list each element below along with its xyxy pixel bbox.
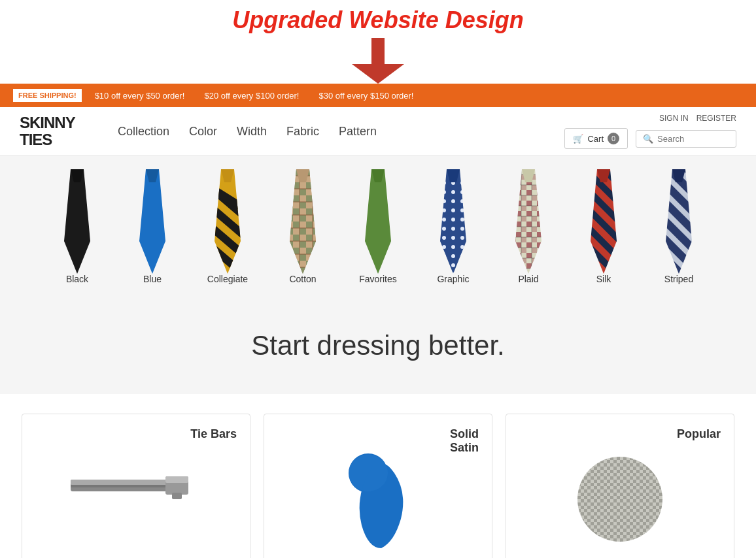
tie-bar-illustration [64,467,208,508]
svg-rect-36 [506,169,551,274]
svg-rect-41 [581,169,627,274]
svg-rect-46 [656,169,702,274]
cart-button[interactable]: 🛒 Cart 0 [564,128,628,149]
ties-section: Black Blue [0,156,756,304]
free-shipping-badge: FREE SHIPPING! [13,89,82,102]
tie-label-plaid: Plaid [518,274,538,284]
down-arrow-icon [352,38,404,84]
promo-bar: FREE SHIPPING! $10 off every $50 order! … [0,84,756,107]
header: SKINNY TIES Collection Color Width Fabri… [0,107,756,156]
search-box[interactable]: 🔍 [636,130,736,148]
svg-rect-53 [172,493,182,499]
svg-marker-23 [365,169,391,274]
svg-rect-21 [280,169,326,274]
featured-card-popular[interactable]: Popular [506,414,734,558]
search-input[interactable] [657,134,729,144]
cart-count: 0 [608,133,619,144]
satin-tie-illustration [335,447,421,554]
tie-bar-svg [64,467,208,506]
featured-card-tiebars-title: Tie Bars [190,427,237,441]
arrow-container [0,38,756,84]
tie-item-cotton[interactable]: Cotton [266,169,341,284]
main-nav: Collection Color Width Fabric Pattern [118,125,564,139]
featured-card-solidsatin-title: Solid Satin [450,427,479,455]
svg-rect-0 [371,38,385,64]
tagline-section: Start dressing better. [0,304,756,394]
search-icon: 🔍 [643,134,653,144]
tie-svg-striped [656,169,702,274]
tie-svg-graphic [430,169,476,274]
cart-icon: 🛒 [573,134,583,144]
svg-marker-4 [139,169,165,274]
svg-rect-28 [430,169,476,274]
tie-svg-silk [581,169,627,274]
popular-tie-illustration [568,447,672,554]
tie-item-black[interactable]: Black [40,169,115,284]
svg-point-55 [349,455,388,491]
featured-card-solidsatin[interactable]: Solid Satin [264,414,492,558]
header-right: SIGN IN REGISTER 🛒 Cart 0 🔍 [564,114,736,149]
tie-label-cotton: Cotton [289,274,316,284]
svg-marker-2 [64,169,90,274]
tie-label-black: Black [66,274,88,284]
tie-label-graphic: Graphic [437,274,469,284]
tie-item-collegiate[interactable]: Collegiate [190,169,266,284]
svg-marker-1 [352,64,404,84]
tie-svg-favorites [355,169,401,274]
nav-collection[interactable]: Collection [118,125,169,139]
nav-width[interactable]: Width [237,125,267,139]
upgrade-banner: Upgraded Website Design [0,0,756,38]
popular-tie-svg [568,447,672,551]
promo-item-3: $30 off every $150 order! [318,91,413,101]
cart-label: Cart [587,134,604,144]
tie-item-striped[interactable]: Striped [642,169,717,284]
sign-in-link[interactable]: SIGN IN [659,114,689,123]
tie-item-silk[interactable]: Silk [566,169,642,284]
tagline-text: Start dressing better. [13,330,743,361]
tie-label-favorites: Favorites [359,274,397,284]
tie-label-striped: Striped [664,274,693,284]
logo-line2: TIES [20,131,78,148]
tie-svg-plaid [506,169,551,274]
tie-item-graphic[interactable]: Graphic [416,169,491,284]
promo-item-2: $20 off every $100 order! [204,91,299,101]
nav-pattern[interactable]: Pattern [339,125,377,139]
featured-card-popular-title: Popular [677,427,721,441]
tie-svg-blue [129,169,175,274]
ties-row: Black Blue [0,169,756,284]
tie-label-collegiate: Collegiate [207,274,248,284]
tie-svg-black [54,169,100,274]
logo[interactable]: SKINNY TIES [20,114,78,149]
upgrade-banner-title: Upgraded Website Design [0,7,756,34]
tie-item-blue[interactable]: Blue [115,169,190,284]
svg-rect-52 [165,476,188,483]
nav-fabric[interactable]: Fabric [286,125,319,139]
tie-svg-cotton [280,169,326,274]
tie-item-favorites[interactable]: Favorites [341,169,416,284]
featured-card-tiebars[interactable]: Tie Bars [22,414,250,558]
logo-line1: SKINNY [20,114,78,131]
featured-section: Tie Bars Solid Satin [0,394,756,558]
register-link[interactable]: REGISTER [696,114,736,123]
tie-item-plaid[interactable]: Plaid [491,169,566,284]
tie-label-silk: Silk [596,274,611,284]
promo-item-1: $10 off every $50 order! [95,91,185,101]
satin-tie-svg [335,447,421,551]
nav-color[interactable]: Color [189,125,217,139]
tie-label-blue: Blue [143,274,162,284]
tie-svg-collegiate [205,169,250,274]
